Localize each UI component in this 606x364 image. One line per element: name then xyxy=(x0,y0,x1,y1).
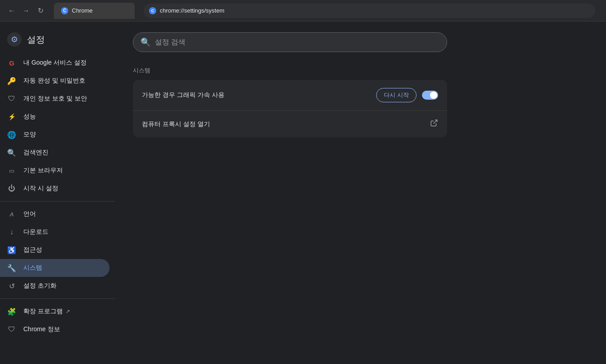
sidebar-item-default-browser[interactable]: ▭ 기본 브라우저 xyxy=(0,162,110,180)
sidebar-item-languages[interactable]: A 언어 xyxy=(0,205,110,223)
shield-icon: 🛡 xyxy=(7,94,16,103)
chrome-info-icon: 🛡 xyxy=(7,325,16,334)
section-title: 시스템 xyxy=(133,66,588,75)
nav-buttons: ← → ↻ xyxy=(5,4,47,17)
sidebar-item-label: 시작 시 설정 xyxy=(23,184,58,193)
settings-row-proxy: 컴퓨터 프록시 설정 열기 xyxy=(133,111,447,137)
gpu-row-actions: 다시 시작 xyxy=(376,88,438,102)
sidebar-divider-1 xyxy=(0,201,115,202)
restart-button[interactable]: 다시 시작 xyxy=(376,88,417,102)
back-button[interactable]: ← xyxy=(5,4,18,17)
language-icon: A xyxy=(7,210,16,219)
sidebar-item-privacy[interactable]: 🛡 개인 정보 보호 및 보안 xyxy=(0,90,110,108)
search-input[interactable] xyxy=(155,38,439,46)
sidebar-item-label: 확장 프로그램 ↗ xyxy=(23,307,70,316)
search-bar[interactable]: 🔍 xyxy=(133,32,447,52)
sidebar-item-performance[interactable]: ⚡ 성능 xyxy=(0,108,110,126)
browser-chrome: ← → ↻ C Chrome C chrome://settings/syste… xyxy=(0,0,606,22)
gpu-toggle[interactable] xyxy=(422,91,438,100)
sidebar-item-accessibility[interactable]: ♿ 접근성 xyxy=(0,241,110,259)
sidebar-item-label: 기본 브라우저 xyxy=(23,167,63,175)
sidebar-item-label: 자동 완성 및 비밀번호 xyxy=(23,77,85,85)
system-icon: 🔧 xyxy=(7,263,16,272)
sidebar-item-extensions[interactable]: 🧩 확장 프로그램 ↗ xyxy=(0,303,110,320)
settings-card: 가능한 경우 그래픽 가속 사용 다시 시작 컴퓨터 프록시 설정 열기 xyxy=(133,80,447,137)
sidebar-divider-2 xyxy=(0,298,115,299)
accessibility-icon: ♿ xyxy=(7,246,16,254)
svg-line-0 xyxy=(434,120,437,123)
active-tab[interactable]: C Chrome xyxy=(54,3,135,19)
sidebar-item-label: 언어 xyxy=(23,210,36,218)
sidebar-item-label: 검색엔진 xyxy=(23,149,48,157)
tab-favicon: C xyxy=(61,7,68,14)
sidebar-item-label: 시스템 xyxy=(23,264,42,272)
sidebar-item-search[interactable]: 🔍 검색엔진 xyxy=(0,144,110,162)
address-text: chrome://settings/system xyxy=(160,7,224,14)
sidebar-item-label: 내 Google 서비스 설정 xyxy=(23,59,87,67)
proxy-settings-label: 컴퓨터 프록시 설정 열기 xyxy=(142,120,210,128)
search-icon: 🔍 xyxy=(7,148,16,157)
sidebar-header: ⚙ 설정 xyxy=(0,29,115,54)
download-icon: ↓ xyxy=(7,228,16,237)
browser-icon: ▭ xyxy=(7,166,16,175)
sidebar-item-autofill[interactable]: 🔑 자동 완성 및 비밀번호 xyxy=(0,72,110,90)
tab-title: Chrome xyxy=(72,7,92,14)
sidebar-item-system[interactable]: 🔧 시스템 xyxy=(0,259,110,277)
main-content: 🔍 시스템 가능한 경우 그래픽 가속 사용 다시 시작 컴퓨터 프록시 설정 … xyxy=(115,22,606,364)
search-icon: 🔍 xyxy=(141,37,150,47)
sidebar-item-label: 성능 xyxy=(23,113,36,121)
settings-row-gpu: 가능한 경우 그래픽 가속 사용 다시 시작 xyxy=(133,80,447,111)
sidebar-item-google-services[interactable]: G 내 Google 서비스 설정 xyxy=(0,54,110,72)
sidebar-item-label: 개인 정보 보호 및 보안 xyxy=(23,95,87,103)
sidebar-item-downloads[interactable]: ↓ 다운로드 xyxy=(0,223,110,241)
sidebar-item-on-startup[interactable]: ⏻ 시작 시 설정 xyxy=(0,180,110,197)
sidebar-item-reset[interactable]: ↺ 설정 초기화 xyxy=(0,277,110,295)
sidebar-item-about[interactable]: 🛡 Chrome 정보 xyxy=(0,320,110,338)
google-icon: G xyxy=(7,58,16,67)
key-icon: 🔑 xyxy=(7,76,16,85)
external-link-small-icon: ↗ xyxy=(66,308,70,315)
globe-icon: 🌐 xyxy=(7,130,16,139)
settings-title: 설정 xyxy=(27,34,45,46)
gpu-acceleration-label: 가능한 경우 그래픽 가속 사용 xyxy=(142,91,224,99)
tab-bar: C Chrome xyxy=(54,3,135,19)
address-favicon: C xyxy=(149,7,156,14)
reload-button[interactable]: ↻ xyxy=(34,4,47,17)
sidebar-item-label: 모양 xyxy=(23,131,36,139)
performance-icon: ⚡ xyxy=(7,112,16,121)
external-link-icon[interactable] xyxy=(430,119,438,129)
settings-logo: ⚙ xyxy=(7,32,22,47)
forward-button[interactable]: → xyxy=(20,4,32,17)
address-bar[interactable]: C chrome://settings/system xyxy=(144,4,595,18)
sidebar-item-appearance[interactable]: 🌐 모양 xyxy=(0,126,110,144)
sidebar: ⚙ 설정 G 내 Google 서비스 설정 🔑 자동 완성 및 비밀번호 🛡 … xyxy=(0,22,115,364)
power-icon: ⏻ xyxy=(7,184,16,193)
settings-container: ⚙ 설정 G 내 Google 서비스 설정 🔑 자동 완성 및 비밀번호 🛡 … xyxy=(0,22,606,364)
sidebar-item-label: 접근성 xyxy=(23,246,42,254)
sidebar-item-label: 설정 초기화 xyxy=(23,282,57,290)
reset-icon: ↺ xyxy=(7,281,16,290)
sidebar-item-label: 다운로드 xyxy=(23,228,48,236)
sidebar-item-label: Chrome 정보 xyxy=(23,325,60,333)
proxy-row-actions xyxy=(430,119,438,129)
extension-icon: 🧩 xyxy=(7,307,16,316)
